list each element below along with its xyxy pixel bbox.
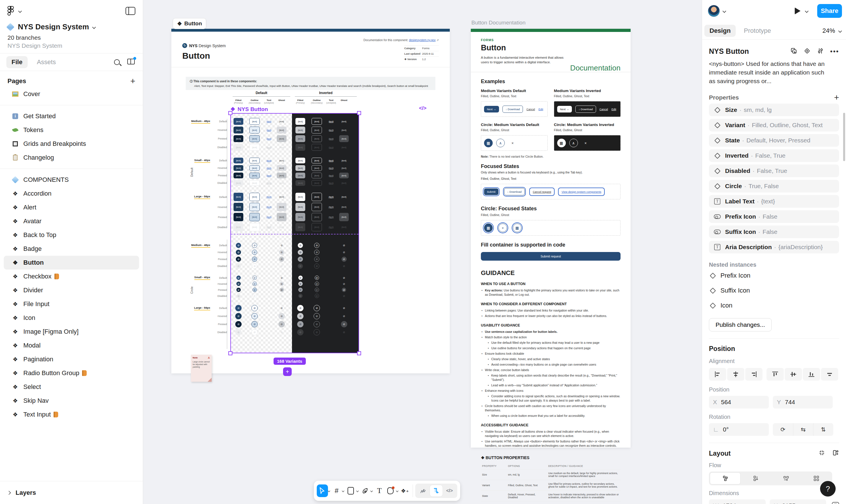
variant-swatch[interactable]: {text}	[264, 118, 274, 125]
variant-swatch[interactable]: {text}	[249, 213, 259, 221]
variant-swatch[interactable]: {text}	[277, 135, 286, 142]
property-row-state[interactable]: State·Default, Hover, Pressed	[709, 134, 839, 147]
property-row-variant[interactable]: Variant·Filled, Outline, Ghost, Text	[709, 119, 839, 131]
variant-swatch[interactable]: ⊘	[279, 257, 284, 262]
y-position-field[interactable]: Y744	[773, 396, 833, 409]
variant-swatch[interactable]: ⊘	[252, 321, 258, 327]
variant-swatch[interactable]: {text}	[277, 158, 286, 163]
variant-swatch[interactable]: {text}	[312, 193, 322, 201]
variant-swatch[interactable]: {text}	[312, 223, 322, 231]
variant-swatch[interactable]: ⊘	[253, 288, 257, 292]
variant-swatch[interactable]: ⊘	[342, 288, 346, 292]
variant-swatch[interactable]: ⊘	[236, 243, 241, 248]
variant-swatch[interactable]: {text}	[326, 193, 336, 201]
copy-properties-icon[interactable]	[790, 48, 797, 55]
variant-swatch[interactable]: {text}	[326, 144, 336, 151]
frame-tool[interactable]: #	[331, 484, 342, 497]
variant-swatch[interactable]: {text}	[326, 180, 336, 186]
page-item-cover[interactable]: Cover	[4, 87, 139, 101]
selection-handle[interactable]	[228, 111, 232, 115]
variant-swatch[interactable]: {text}	[295, 203, 305, 211]
page-item-tokens[interactable]: Tokens	[4, 123, 139, 137]
variant-swatch[interactable]: ⊘	[253, 294, 257, 298]
variant-swatch[interactable]: {text}	[249, 144, 259, 151]
variant-swatch[interactable]: {text}	[339, 118, 349, 125]
variant-swatch[interactable]: ⊘	[235, 313, 242, 319]
tab-design[interactable]: Design	[704, 25, 736, 37]
variant-swatch[interactable]: ⊘	[297, 313, 304, 319]
frame-tool-chevron-icon[interactable]	[342, 490, 344, 492]
width-field[interactable]: W1724	[709, 499, 766, 504]
download-button-focused[interactable]: ↓ Download	[504, 188, 525, 195]
variant-swatch[interactable]: {text}	[339, 180, 349, 186]
variant-swatch[interactable]: ⊘	[236, 264, 241, 269]
actions-tool[interactable]	[385, 484, 396, 497]
frame-button[interactable]: ↻ NYS Design System Button Documentation…	[171, 29, 450, 373]
variant-swatch[interactable]: {text}	[249, 135, 259, 142]
variant-swatch[interactable]: {text}	[295, 213, 305, 221]
variant-swatch[interactable]: {text}	[234, 223, 243, 231]
more-icon[interactable]: •••	[830, 48, 839, 55]
variant-swatch[interactable]: {text}	[249, 118, 259, 125]
variant-swatch[interactable]: ⊘	[298, 275, 303, 280]
variant-swatch[interactable]: {text}	[339, 135, 349, 142]
variant-swatch[interactable]: {text}	[249, 158, 259, 163]
avatar[interactable]	[708, 5, 720, 17]
page-item-grids-and-breakpoints[interactable]: Grids and Breakpoints	[4, 137, 139, 151]
variant-swatch[interactable]: {text}	[277, 213, 286, 221]
frame2-title[interactable]: Button Documentation	[471, 20, 525, 26]
variant-swatch[interactable]: ⊘	[342, 275, 346, 280]
height-field[interactable]: H2155	[770, 499, 826, 504]
circle-account-focused[interactable]: ▦	[484, 223, 493, 232]
variant-swatch[interactable]: {text}	[277, 203, 286, 211]
add-variant-button[interactable]: +	[283, 367, 292, 376]
property-row-label-text[interactable]: TLabel Text·{text}	[709, 195, 839, 208]
variant-swatch[interactable]: {text}	[249, 223, 259, 231]
variant-swatch[interactable]: ⊘	[280, 275, 284, 280]
sidebar-item-checkbox[interactable]: ❖Checkbox	[4, 270, 139, 283]
variant-swatch[interactable]: ⊘	[237, 294, 241, 298]
zoom-level[interactable]: 24%	[823, 27, 835, 35]
variant-swatch[interactable]: {text}	[264, 223, 274, 231]
variant-swatch[interactable]: {text}	[312, 213, 322, 221]
variant-swatch[interactable]: {text}	[339, 193, 349, 201]
tab-file[interactable]: File	[6, 56, 28, 68]
sidebar-item-divider[interactable]: ❖Divider	[4, 283, 139, 297]
present-icon[interactable]	[795, 7, 800, 14]
variant-swatch[interactable]: {text}	[234, 158, 243, 163]
cancel-request-focused[interactable]: Cancel request	[530, 189, 553, 195]
variant-swatch[interactable]: ⊘	[298, 294, 303, 298]
sidebar-item-back-to-top[interactable]: ❖Back to Top	[4, 228, 139, 242]
variant-swatch[interactable]: ⊘	[314, 243, 320, 248]
variant-swatch[interactable]: ⊘	[341, 329, 347, 336]
branches-label[interactable]: 20 branches	[7, 34, 135, 41]
publish-changes-button[interactable]: Publish changes...	[709, 318, 772, 331]
variants-count-badge[interactable]: 168 Variants	[274, 358, 306, 365]
variant-swatch[interactable]: {text}	[295, 144, 305, 151]
variant-swatch[interactable]: ⊘	[341, 313, 347, 319]
variant-swatch[interactable]: ⊘	[235, 321, 242, 327]
variant-swatch[interactable]: {text}	[339, 144, 349, 151]
circle-calendar-focused[interactable]: ▦	[513, 223, 521, 232]
property-row-prefix-icon[interactable]: Prefix Icon·False	[709, 210, 839, 223]
variant-swatch[interactable]: {text}	[339, 127, 349, 133]
shape-tool-chevron-icon[interactable]	[356, 490, 358, 492]
tidy-up-button[interactable]	[821, 368, 838, 381]
flow-freeform-option[interactable]	[710, 472, 741, 484]
variant-swatch[interactable]: {text}	[277, 127, 286, 133]
variant-swatch[interactable]: {text}	[326, 173, 336, 178]
circle-calendar-button-inverted[interactable]: ▦	[557, 139, 566, 147]
page-item-changelog[interactable]: Changelog	[4, 151, 139, 165]
pen-tool-chevron-icon[interactable]	[370, 490, 373, 492]
variant-swatch[interactable]: {text}	[234, 193, 243, 201]
variant-swatch[interactable]: ⊘	[237, 282, 241, 286]
tab-prototype[interactable]: Prototype	[739, 25, 776, 37]
avatar-chevron-icon[interactable]	[723, 9, 726, 13]
variant-swatch[interactable]: ⊘	[314, 329, 320, 336]
variant-swatch[interactable]: {text}	[326, 127, 336, 133]
variant-swatch[interactable]: ⊘	[252, 305, 258, 311]
sidebar-item-button[interactable]: ❖Button	[4, 256, 139, 270]
page-item-get-started[interactable]: iGet Started	[4, 109, 139, 123]
variant-swatch[interactable]: ⊘	[314, 264, 320, 269]
variant-swatch[interactable]: ⊘	[298, 250, 303, 255]
